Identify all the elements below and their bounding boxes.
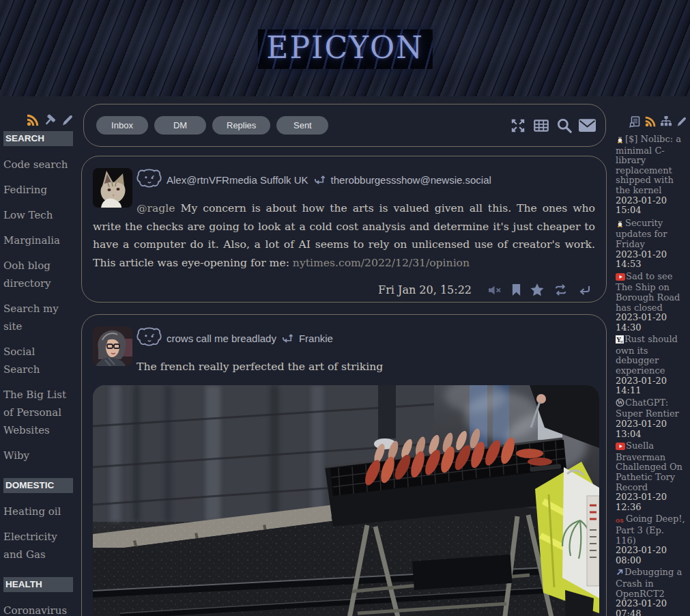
- news-date: 2023-01-20 13:04: [616, 419, 687, 439]
- hashtag-tree-icon[interactable]: [660, 115, 672, 128]
- news-title: Suella Braverman Challenged On Pathetic …: [616, 440, 682, 492]
- dog-person-icon[interactable]: [136, 167, 162, 193]
- tab-inbox[interactable]: Inbox: [96, 116, 148, 135]
- news-title: Debugging a Crash in OpenRCT2: [616, 567, 682, 598]
- timeline-header: Inbox DM Replies Sent: [83, 104, 606, 147]
- site-title: EPICYON: [266, 30, 423, 65]
- yw-favicon: Yw: [616, 335, 624, 346]
- post-attached-photo[interactable]: [93, 385, 599, 616]
- news-date: 2023-01-20 07:48: [616, 599, 687, 616]
- news-item[interactable]: [$] Nolibc: a minimal C-library replacem…: [616, 134, 687, 216]
- post-author-handle[interactable]: crows call me breadlady: [167, 333, 276, 344]
- sidebar-link-fediring[interactable]: Fediring: [3, 181, 73, 199]
- repeat-boost-icon[interactable]: [553, 283, 569, 296]
- post-via-handle[interactable]: therobburgessshow@newsie.social: [331, 174, 491, 186]
- news-item[interactable]: YwRust should own its debugger experienc…: [616, 335, 687, 396]
- sidebar-link-low-tech[interactable]: Low Tech: [3, 206, 73, 224]
- woman-avatar-image: [93, 326, 132, 366]
- wordpress-icon: W: [616, 398, 624, 410]
- svg-text:GS: GS: [616, 518, 624, 524]
- banner-title-box: EPICYON: [257, 29, 432, 69]
- news-journal-icon[interactable]: [629, 115, 641, 128]
- cat-avatar-image: [93, 168, 132, 208]
- svg-text:w: w: [620, 339, 624, 344]
- dog-person-icon[interactable]: [136, 326, 162, 351]
- section-header-health: HEALTH: [3, 577, 73, 592]
- news-sidebar: [$] Nolibc: a minimal C-library replacem…: [616, 114, 687, 616]
- post-timestamp[interactable]: Fri Jan 20, 15:22: [378, 283, 472, 296]
- post-text: The french really perfected the art of s…: [93, 358, 595, 376]
- street-bbq-photo: [93, 385, 599, 616]
- news-title: Sad to see The Ship on Borough Road has …: [616, 271, 680, 313]
- news-list: [$] Nolibc: a minimal C-library replacem…: [616, 134, 687, 616]
- grid-view-icon[interactable]: [532, 117, 550, 135]
- search-icon[interactable]: [556, 117, 573, 135]
- youtube-icon: [616, 273, 625, 283]
- tab-replies[interactable]: Replies: [212, 116, 270, 135]
- sidebar-link-electricity-and-gas[interactable]: Electricity and Gas: [3, 528, 73, 563]
- svg-text:W: W: [617, 400, 623, 406]
- mute-icon[interactable]: [487, 284, 502, 296]
- sidebar-link-wiby[interactable]: Wiby: [3, 447, 73, 464]
- news-item[interactable]: Debugging a Crash in OpenRCT22023-01-20 …: [616, 568, 687, 616]
- tux-icon: [616, 218, 624, 230]
- news-title: [$] Nolibc: a minimal C-library replacem…: [616, 134, 681, 195]
- edit-news-pen-icon[interactable]: [676, 116, 687, 128]
- boost-announce-icon: [281, 332, 294, 345]
- mention-link[interactable]: @ragle: [136, 202, 175, 214]
- sidebar-link-search-my-site[interactable]: Search my site: [3, 300, 73, 335]
- sidebar-link-code-search[interactable]: Code search: [3, 156, 73, 173]
- sidebar-link-social-search[interactable]: Social Search: [3, 343, 73, 378]
- edit-links-pen-icon[interactable]: [61, 114, 73, 130]
- news-title: ChatGPT: Super Rentier: [616, 397, 679, 419]
- avatar[interactable]: [93, 168, 132, 208]
- sidebar-link-marginalia[interactable]: Marginalia: [3, 232, 73, 249]
- news-date: 2023-01-20 15:04: [616, 196, 687, 216]
- tab-dm[interactable]: DM: [154, 116, 206, 135]
- hammer-icon[interactable]: [43, 113, 57, 130]
- news-date: 2023-01-20 12:36: [616, 492, 687, 512]
- reply-icon[interactable]: [577, 284, 591, 296]
- news-rss-icon[interactable]: [644, 115, 657, 128]
- news-item[interactable]: Sad to see The Ship on Borough Road has …: [616, 272, 687, 333]
- post: Alex@rtnVFRmedia Suffolk UK therobburges…: [81, 156, 607, 303]
- sidebar-link-heating-oil[interactable]: Heating oil: [3, 503, 73, 520]
- avatar[interactable]: [93, 326, 132, 366]
- tux-icon: [616, 134, 624, 146]
- sidebar-link-ooh-blog-directory[interactable]: Ooh blog directory: [3, 257, 73, 292]
- expand-fullscreen-icon[interactable]: [509, 117, 527, 135]
- tab-sent[interactable]: Sent: [276, 116, 328, 135]
- timeline-tabs: Inbox DM Replies Sent: [96, 116, 328, 135]
- article-link[interactable]: nytimes.com/2022/12/31/opinion: [293, 257, 470, 269]
- news-date: 2023-01-20 14:30: [616, 313, 687, 333]
- gs-favicon: GS: [616, 516, 625, 526]
- post-author-handle[interactable]: Alex@rtnVFRmedia Suffolk UK: [167, 174, 308, 186]
- links-rss-icon[interactable]: [26, 113, 40, 130]
- news-title: Rust should own its debugger experience: [616, 334, 678, 376]
- news-item[interactable]: Security updates for Friday2023-01-20 14…: [616, 218, 687, 270]
- boost-announce-icon: [313, 173, 326, 186]
- news-date: 2023-01-20 14:11: [616, 376, 687, 396]
- youtube-icon: [616, 443, 625, 453]
- section-header-search: SEARCH: [3, 131, 73, 146]
- news-date: 2023-01-20 08:00: [616, 546, 687, 565]
- news-item[interactable]: Suella Braverman Challenged On Pathetic …: [616, 441, 687, 512]
- news-item[interactable]: GSGoing Deep!, Part 3 (Ep. 116)2023-01-2…: [616, 514, 687, 565]
- bookmark-icon[interactable]: [511, 283, 521, 296]
- like-star-icon[interactable]: [530, 283, 544, 296]
- news-item[interactable]: WChatGPT: Super Rentier2023-01-20 13:04: [616, 398, 687, 439]
- news-date: 2023-01-20 14:53: [616, 250, 687, 270]
- envelope-icon[interactable]: [579, 119, 596, 132]
- sidebar-link-coronavirus-statistics[interactable]: Coronavirus statistics: [3, 602, 73, 616]
- post-via-handle[interactable]: Frankie: [299, 333, 333, 344]
- arrow-up-right-icon: [616, 568, 624, 579]
- post: crows call me breadlady Frankie The fren…: [81, 314, 607, 616]
- left-sidebar: SEARCH Code search Fediring Low Tech Mar…: [3, 113, 73, 616]
- section-header-domestic: DOMESTIC: [3, 478, 73, 493]
- sidebar-link-big-list-personal-websites[interactable]: The Big List of Personal Websites: [3, 386, 73, 439]
- banner[interactable]: EPICYON: [0, 0, 690, 96]
- news-title: Going Deep!, Part 3 (Ep. 116): [616, 514, 685, 545]
- post-text: @ragle My concern is about how the arts …: [93, 199, 595, 272]
